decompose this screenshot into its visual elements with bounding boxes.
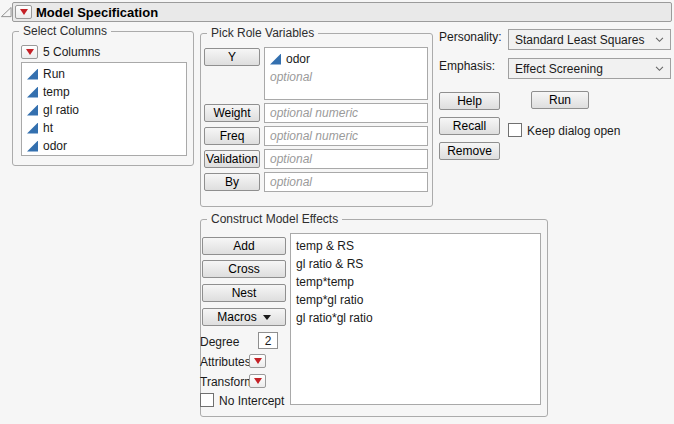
attributes-label: Attributes: [200, 355, 251, 369]
columns-count-row: 5 Columns: [21, 45, 100, 59]
columns-listbox[interactable]: Run temp gl ratio ht odor: [21, 62, 187, 156]
weight-role-listbox[interactable]: optional numeric: [264, 103, 428, 123]
select-columns-group: Select Columns 5 Columns Run temp gl rat…: [12, 31, 194, 166]
y-role-button[interactable]: Y: [204, 48, 260, 66]
columns-count-label: 5 Columns: [43, 45, 100, 59]
column-item[interactable]: ht: [22, 119, 186, 137]
effect-item[interactable]: temp & RS: [291, 237, 540, 255]
add-button[interactable]: Add: [202, 237, 286, 255]
column-item[interactable]: temp: [22, 83, 186, 101]
keep-dialog-open-checkbox[interactable]: [508, 123, 522, 137]
red-triangle-icon: [20, 9, 28, 15]
cross-button[interactable]: Cross: [202, 260, 286, 278]
continuous-icon: [27, 105, 38, 116]
transform-label: Transform: [200, 375, 254, 389]
weight-role-button[interactable]: Weight: [204, 104, 260, 122]
column-label: temp: [43, 85, 70, 99]
continuous-icon: [27, 69, 38, 80]
keep-dialog-open-label: Keep dialog open: [527, 124, 620, 138]
effect-label: gl ratio & RS: [296, 257, 363, 271]
validation-role-listbox[interactable]: optional: [264, 149, 428, 169]
pick-role-variables-label: Pick Role Variables: [207, 26, 318, 40]
freq-placeholder: optional numeric: [270, 129, 358, 143]
column-label: ht: [43, 121, 53, 135]
help-button[interactable]: Help: [439, 92, 500, 110]
y-variable-item[interactable]: odor: [265, 50, 427, 68]
remove-button[interactable]: Remove: [439, 142, 500, 160]
personality-dropdown[interactable]: Standard Least Squares: [508, 29, 671, 50]
continuous-icon: [27, 141, 38, 152]
by-placeholder: optional: [270, 175, 312, 189]
y-placeholder: optional: [270, 70, 312, 84]
chevron-down-icon: [655, 66, 664, 72]
emphasis-label: Emphasis:: [439, 59, 495, 73]
effect-label: gl ratio*gl ratio: [296, 311, 373, 325]
red-triangle-icon: [26, 49, 34, 55]
column-item[interactable]: odor: [22, 137, 186, 155]
continuous-icon: [27, 87, 38, 98]
validation-placeholder: optional: [270, 152, 312, 166]
disclosure-triangle-icon[interactable]: [1, 7, 12, 18]
personality-value: Standard Least Squares: [515, 33, 651, 47]
red-triangle-icon: [254, 358, 262, 364]
run-button[interactable]: Run: [531, 91, 589, 109]
column-item[interactable]: Run: [22, 65, 186, 83]
emphasis-value: Effect Screening: [515, 62, 651, 76]
outline-header: Model Specification: [12, 2, 672, 22]
chevron-down-icon: [655, 37, 664, 43]
recall-button[interactable]: Recall: [439, 117, 500, 135]
column-item[interactable]: gl ratio: [22, 101, 186, 119]
effect-item[interactable]: temp*temp: [291, 273, 540, 291]
continuous-icon: [27, 123, 38, 134]
by-role-listbox[interactable]: optional: [264, 172, 428, 192]
validation-role-button[interactable]: Validation: [204, 150, 260, 168]
degree-input[interactable]: 2: [258, 332, 278, 349]
column-label: Run: [43, 67, 65, 81]
caret-down-icon: [263, 315, 271, 320]
degree-label: Degree: [200, 335, 239, 349]
macros-button[interactable]: Macros: [202, 308, 286, 326]
model-effects-listbox[interactable]: temp & RS gl ratio & RS temp*temp temp*g…: [290, 233, 541, 405]
attributes-menu-button[interactable]: [249, 354, 266, 368]
effect-label: temp*temp: [296, 275, 354, 289]
red-triangle-menu-button[interactable]: [15, 5, 32, 19]
macros-label: Macros: [217, 310, 256, 324]
effect-label: temp & RS: [296, 239, 354, 253]
nest-button[interactable]: Nest: [202, 284, 286, 302]
effect-item[interactable]: temp*gl ratio: [291, 291, 540, 309]
no-intercept-label: No Intercept: [219, 394, 284, 408]
column-label: odor: [43, 139, 67, 153]
effect-label: temp*gl ratio: [296, 293, 363, 307]
select-columns-label: Select Columns: [19, 24, 111, 38]
red-triangle-icon: [254, 378, 262, 384]
weight-placeholder: optional numeric: [270, 106, 358, 120]
effect-item[interactable]: gl ratio & RS: [291, 255, 540, 273]
by-role-button[interactable]: By: [204, 173, 260, 191]
model-specification-dialog: { "header": { "title": "Model Specificat…: [0, 0, 674, 424]
page-title: Model Specification: [36, 5, 158, 20]
transform-menu-button[interactable]: [249, 374, 266, 388]
y-role-listbox[interactable]: odor optional: [264, 47, 428, 100]
columns-menu-button[interactable]: [21, 45, 38, 59]
personality-label: Personality:: [439, 30, 502, 44]
construct-model-effects-label: Construct Model Effects: [207, 212, 342, 226]
emphasis-dropdown[interactable]: Effect Screening: [508, 58, 671, 79]
column-label: gl ratio: [43, 103, 79, 117]
freq-role-button[interactable]: Freq: [204, 127, 260, 145]
freq-role-listbox[interactable]: optional numeric: [264, 126, 428, 146]
y-variable-label: odor: [286, 52, 310, 66]
no-intercept-checkbox[interactable]: [200, 393, 214, 407]
continuous-icon: [270, 54, 281, 65]
effect-item[interactable]: gl ratio*gl ratio: [291, 309, 540, 327]
